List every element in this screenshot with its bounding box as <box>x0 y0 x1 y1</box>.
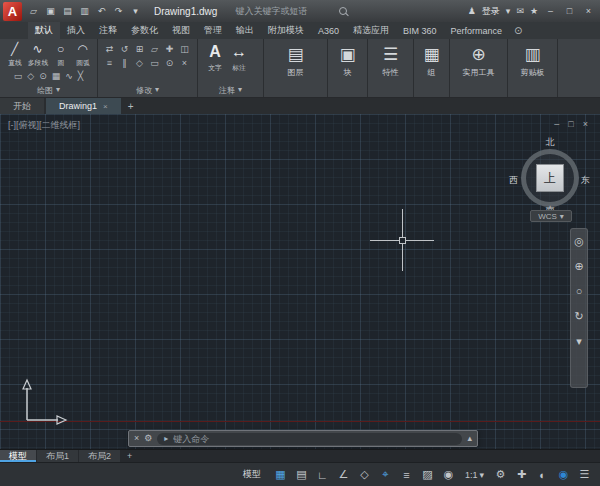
arc-tool-button[interactable]: ◠ 圆弧 <box>72 42 93 68</box>
login-button[interactable]: 登录 <box>482 5 500 18</box>
doc-restore-icon[interactable]: □ <box>568 119 573 129</box>
search-icon[interactable] <box>339 7 347 15</box>
viewport-controls-label[interactable]: [-][俯视][二维线框] <box>8 119 80 132</box>
viewcube-top-face[interactable]: 上 <box>536 164 564 192</box>
plot-icon[interactable]: ▥ <box>78 6 91 16</box>
rotate-icon[interactable]: ↺ <box>117 42 132 56</box>
panel-layers[interactable]: ▤ 图层 <box>264 39 328 97</box>
modify-panel-label[interactable]: 修改 ▾ <box>98 85 197 96</box>
layout-tab-model[interactable]: 模型 <box>0 450 36 462</box>
ellipse-icon[interactable]: ⊙ <box>39 71 47 81</box>
lineweight-toggle-button[interactable]: ≡ <box>397 466 416 484</box>
move-icon[interactable]: ⇄ <box>102 42 117 56</box>
transparency-toggle-button[interactable]: ▨ <box>418 466 437 484</box>
ribbon-tab-featured-apps[interactable]: 精选应用 <box>346 22 396 39</box>
ribbon-tab-output[interactable]: 输出 <box>229 22 261 39</box>
close-tab-icon[interactable]: × <box>103 102 108 111</box>
stretch-icon[interactable]: ≡ <box>102 56 117 70</box>
grid-toggle-button[interactable]: ▦ <box>271 466 290 484</box>
mirror-icon[interactable]: ✚ <box>162 42 177 56</box>
wcs-button[interactable]: WCS ▾ <box>530 210 572 222</box>
orbit-icon[interactable]: ↻ <box>574 311 583 322</box>
dimension-tool-button[interactable]: ↔ 标注 <box>231 42 247 73</box>
line-tool-button[interactable]: ╱ 直线 <box>4 42 25 68</box>
viewcube-east-label[interactable]: 东 <box>581 174 590 187</box>
command-history-toggle-icon[interactable]: ▴ <box>467 434 472 443</box>
panel-utilities[interactable]: ⊕ 实用工具 <box>450 39 508 97</box>
navbar-more-icon[interactable]: ▾ <box>576 336 582 347</box>
zoom-icon[interactable]: ○ <box>576 286 583 297</box>
app-menu-button[interactable]: A <box>3 2 22 21</box>
plus-button[interactable]: ✚ <box>512 466 531 484</box>
ribbon-tab-performance[interactable]: Performance <box>444 22 510 39</box>
maximize-button[interactable]: □ <box>563 6 576 16</box>
search-input[interactable] <box>235 6 335 16</box>
ribbon-tab-bim360[interactable]: BIM 360 <box>396 22 444 39</box>
qat-dropdown-icon[interactable]: ▾ <box>129 6 142 16</box>
command-input-area[interactable]: ▸ <box>157 433 462 445</box>
panel-properties[interactable]: ☰ 特性 <box>368 39 414 97</box>
ribbon-options-icon[interactable]: ⊙ <box>514 22 522 39</box>
viewcube-west-label[interactable]: 西 <box>509 174 518 187</box>
file-tab-drawing1[interactable]: Drawing1 × <box>46 98 121 114</box>
trim-icon[interactable]: ⊞ <box>132 42 147 56</box>
drawing-canvas[interactable]: [-][俯视][二维线框] – □ × 北 西 东 南 上 WCS ▾ ◎ ⊕ … <box>0 114 600 449</box>
doc-close-icon[interactable]: × <box>583 119 588 129</box>
erase-icon[interactable]: × <box>177 56 192 70</box>
annotation-scale-button[interactable]: 1:1 ▾ <box>460 466 489 484</box>
login-dropdown-icon[interactable]: ▾ <box>506 6 511 16</box>
pan-icon[interactable]: ⊕ <box>574 261 583 272</box>
panel-groups[interactable]: ▦ 组 <box>414 39 450 97</box>
polar-toggle-button[interactable]: ∠ <box>334 466 353 484</box>
email-icon[interactable]: ✉ <box>516 6 524 16</box>
draw-panel-label[interactable]: 绘图 ▾ <box>0 85 97 96</box>
user-icon[interactable]: ♟ <box>468 6 476 16</box>
close-button[interactable]: × <box>582 6 595 16</box>
open-file-icon[interactable]: ▣ <box>44 6 57 16</box>
polyline-tool-button[interactable]: ∿ 多段线 <box>26 42 49 68</box>
isolate-objects-button[interactable]: ◐ <box>533 466 552 484</box>
new-layout-button[interactable]: + <box>121 450 138 462</box>
panel-block[interactable]: ▣ 块 <box>328 39 368 97</box>
isodraft-toggle-button[interactable]: ◇ <box>355 466 374 484</box>
ortho-toggle-button[interactable]: ∟ <box>313 466 332 484</box>
workspace-switch-button[interactable]: ⚙ <box>491 466 510 484</box>
ribbon-tab-default[interactable]: 默认 <box>28 22 60 39</box>
ribbon-tab-view[interactable]: 视图 <box>165 22 197 39</box>
model-space-button[interactable]: 模型 <box>234 468 270 481</box>
new-file-icon[interactable]: ▱ <box>27 6 40 16</box>
layout-tab-layout2[interactable]: 布局2 <box>79 450 120 462</box>
scale-icon[interactable]: ∥ <box>117 56 132 70</box>
ribbon-tab-parametric[interactable]: 参数化 <box>124 22 165 39</box>
xline-icon[interactable]: ╳ <box>78 71 83 81</box>
new-tab-button[interactable]: + <box>123 98 139 114</box>
explode-icon[interactable]: ⊙ <box>162 56 177 70</box>
ribbon-tab-annotate[interactable]: 注释 <box>92 22 124 39</box>
ribbon-tab-addins[interactable]: 附加模块 <box>261 22 311 39</box>
command-customize-icon[interactable]: ⚙ <box>144 434 152 443</box>
selection-cycling-button[interactable]: ◉ <box>439 466 458 484</box>
viewcube[interactable]: 北 西 东 南 上 <box>508 134 592 222</box>
redo-icon[interactable]: ↷ <box>112 6 125 16</box>
ribbon-tab-insert[interactable]: 插入 <box>60 22 92 39</box>
spline-icon[interactable]: ∿ <box>65 71 73 81</box>
polygon-icon[interactable]: ◇ <box>27 71 34 81</box>
rectangle-icon[interactable]: ▭ <box>14 71 23 81</box>
undo-icon[interactable]: ↶ <box>95 6 108 16</box>
layout-tab-layout1[interactable]: 布局1 <box>37 450 78 462</box>
favorites-icon[interactable]: ★ <box>530 6 538 16</box>
array-icon[interactable]: ◇ <box>132 56 147 70</box>
circle-tool-button[interactable]: ○ 圆 <box>50 42 71 68</box>
ucs-icon[interactable] <box>16 376 68 428</box>
viewcube-north-label[interactable]: 北 <box>546 136 555 149</box>
text-tool-button[interactable]: A 文字 <box>207 42 223 73</box>
annotation-panel-label[interactable]: 注释 ▾ <box>198 85 263 96</box>
save-file-icon[interactable]: ▤ <box>61 6 74 16</box>
osnap-toggle-button[interactable]: ⌖ <box>376 466 395 484</box>
offset-icon[interactable]: ▭ <box>147 56 162 70</box>
command-input[interactable] <box>173 434 455 444</box>
clean-screen-button[interactable]: ◉ <box>554 466 573 484</box>
hatch-icon[interactable]: ▦ <box>52 71 61 81</box>
fillet-icon[interactable]: ◫ <box>177 42 192 56</box>
command-close-icon[interactable]: × <box>134 434 139 443</box>
